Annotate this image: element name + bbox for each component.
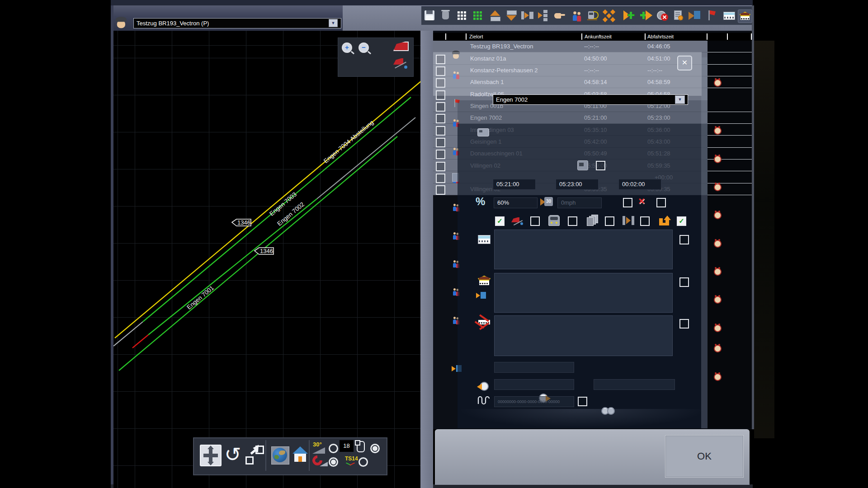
zoom-out-button[interactable]: − <box>359 42 369 53</box>
destination-value: Engen 7002 <box>496 96 528 103</box>
platform-board-icon <box>478 235 491 244</box>
track-field-2[interactable] <box>494 379 574 390</box>
insert-train-button[interactable] <box>640 9 652 22</box>
uuid-field[interactable]: 00000000-0000-0000-0000-00000 <box>494 396 574 407</box>
grid-view-button[interactable] <box>456 9 468 22</box>
dialog-right-edge <box>701 57 708 428</box>
insert-after-button[interactable] <box>521 9 533 22</box>
pulse-wave-icon <box>477 395 490 406</box>
platform-button[interactable] <box>722 9 735 22</box>
world-view-button[interactable] <box>271 446 289 465</box>
row-checkbox[interactable] <box>436 150 445 159</box>
no-platform-icon <box>478 316 491 328</box>
delete-button[interactable] <box>439 9 452 22</box>
slope-icon <box>312 447 325 454</box>
overlay-checkbox[interactable] <box>596 161 605 170</box>
depot-button[interactable] <box>738 9 752 23</box>
turnaround-checkbox[interactable]: ✓ <box>677 216 686 226</box>
arrival-time-field[interactable]: 05:21:00 <box>493 179 536 190</box>
station-checkbox[interactable] <box>679 277 689 287</box>
skip-checkbox[interactable] <box>640 216 650 226</box>
collapse-all-button[interactable] <box>603 9 615 22</box>
column-header-ankunftszeit[interactable]: Ankunftszeit <box>585 34 612 39</box>
locomotive-checkbox[interactable] <box>568 216 577 226</box>
refuel-button[interactable] <box>586 9 599 22</box>
track-map-lines: Engen 7004 Abstellung Engen 7003 Engen 7… <box>113 31 427 488</box>
turnaround-icon <box>658 214 671 226</box>
destination-dropdown[interactable]: Engen 7002 <box>493 94 688 105</box>
rotate-view-button[interactable]: ↺ <box>222 442 243 467</box>
row-checkbox[interactable] <box>436 102 445 112</box>
row-checkbox[interactable] <box>436 126 445 136</box>
mouse-select-radio[interactable] <box>370 444 380 453</box>
jump-to-object-button[interactable] <box>245 445 263 465</box>
driver-icon <box>116 17 127 28</box>
destination-dropdown-button[interactable]: ▼ <box>675 95 685 104</box>
passengers-icon <box>573 11 582 21</box>
stop-duration-field[interactable]: 00:02:00 <box>618 179 661 190</box>
track-field-1[interactable] <box>494 362 574 373</box>
signal-small-button[interactable] <box>392 57 410 69</box>
train-selector[interactable]: Testzug BR193_Vectron (P) <box>133 18 341 28</box>
arrow-right-icon <box>646 10 652 20</box>
arrival-clock-icon <box>477 381 489 393</box>
loco-machine-icon <box>577 160 588 170</box>
zoom-in-button[interactable]: + <box>342 42 352 53</box>
passengers-button[interactable] <box>571 9 584 22</box>
track-field-3[interactable] <box>594 379 675 390</box>
notes-checkbox[interactable] <box>679 319 689 328</box>
dialog-close-button[interactable]: × <box>677 56 692 70</box>
select-hand-button[interactable] <box>553 9 566 22</box>
speed-placeholder: 0mph <box>561 199 576 206</box>
zoom-in-icon: + <box>345 43 349 51</box>
table-row[interactable]: Testzug BR193_Vectron <box>470 43 533 50</box>
row-checkbox[interactable] <box>436 185 445 195</box>
load-percent-field[interactable]: 60% <box>494 197 538 208</box>
locomotive-front-icon <box>548 215 560 226</box>
train-selector-dropdown-button[interactable]: ▼ <box>329 19 338 27</box>
main-toolbar <box>421 6 752 25</box>
destination-icon <box>476 291 486 300</box>
notes-text-area[interactable] <box>494 315 673 356</box>
alarm-checkbox[interactable]: ✓ <box>495 216 505 226</box>
coord-radio[interactable] <box>359 457 368 467</box>
pan-tool-button[interactable] <box>200 445 222 466</box>
move-up-button[interactable] <box>489 9 501 22</box>
row-checkbox[interactable] <box>436 138 445 147</box>
announcement-text-area[interactable] <box>494 230 673 269</box>
row-checkbox[interactable] <box>436 114 445 123</box>
flag-button[interactable] <box>705 9 717 22</box>
remove-vehicle-button[interactable] <box>656 9 669 22</box>
station-text-area[interactable] <box>494 273 673 313</box>
announcement-checkbox[interactable] <box>679 235 689 244</box>
zoom-value-box: 18 <box>340 440 354 452</box>
move-down-button[interactable] <box>505 9 518 22</box>
column-header-zielort[interactable]: Zielort <box>469 34 483 39</box>
train-selector-value: Testzug BR193_Vectron (P) <box>137 20 209 27</box>
column-header-abfahrtszeit[interactable]: Abfahrtszeit <box>647 34 674 39</box>
departure-time-field[interactable]: 05:23:00 <box>556 179 599 190</box>
row-checkbox[interactable] <box>436 162 445 171</box>
magnet-radio[interactable] <box>329 457 338 467</box>
station-building-icon <box>478 276 491 286</box>
save-button[interactable] <box>423 9 436 22</box>
home-view-button[interactable] <box>292 446 308 464</box>
uuid-checkbox[interactable] <box>578 397 587 406</box>
row-checkbox[interactable] <box>436 174 445 183</box>
slope-radio[interactable] <box>329 444 338 453</box>
properties-button[interactable] <box>672 9 685 22</box>
zoom-out-icon: − <box>362 43 366 51</box>
send-to-track-button[interactable] <box>689 9 701 22</box>
grid-green-icon <box>473 11 482 20</box>
signal-checkbox[interactable] <box>530 216 540 226</box>
ok-button[interactable]: OK <box>665 435 744 478</box>
insert-before-button[interactable] <box>537 9 550 22</box>
flag-icon <box>708 10 710 20</box>
passengers-checkbox[interactable] <box>623 198 632 207</box>
cancel-stop-checkbox[interactable] <box>656 198 666 207</box>
grid-active-button[interactable] <box>472 9 484 22</box>
speed-field[interactable]: 0mph <box>557 197 602 208</box>
append-train-button[interactable] <box>623 9 636 22</box>
cards-checkbox[interactable] <box>605 216 614 226</box>
signal-red-button[interactable] <box>393 42 409 51</box>
